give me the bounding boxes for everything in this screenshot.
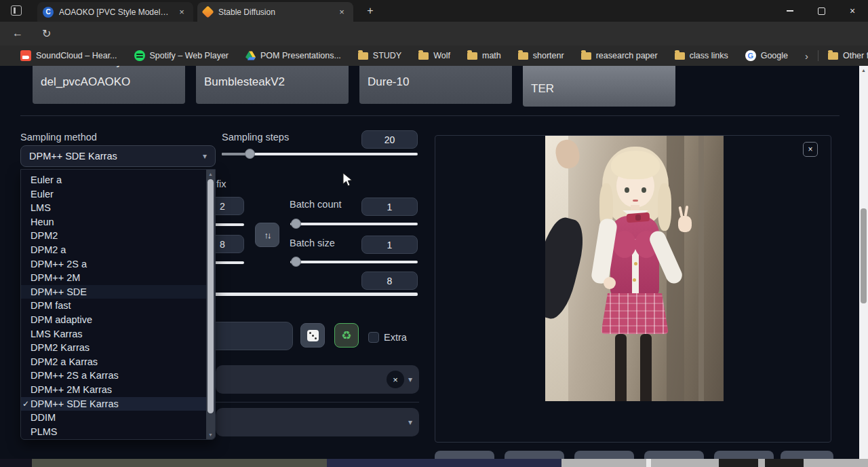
option-dpmpp-2m-karras[interactable]: DPM++ 2M Karras [21,383,206,397]
chevron-down-icon: ▾ [408,417,412,427]
action-button-6[interactable] [781,451,833,459]
batch-count-input[interactable]: 1 [361,198,418,216]
scroll-up-icon[interactable]: ▲ [859,68,868,73]
generated-image[interactable] [545,136,724,401]
option-dpmpp-sde-karras[interactable]: ✓DPM++ SDE Karras [21,397,206,411]
option-heun[interactable]: Heun [21,215,206,229]
option-euler-a[interactable]: Euler a [21,173,206,187]
art-shape [658,183,671,231]
action-button-5[interactable] [714,451,774,459]
action-button-3[interactable] [574,451,634,459]
option-dpm2-a-karras[interactable]: DPM2 a Karras [21,355,206,369]
option-dpm-adaptive[interactable]: DPM adaptive [21,313,206,327]
scrollbar-thumb[interactable] [861,208,867,303]
slider-thumb[interactable] [291,219,301,229]
bookmark-pom-presentations[interactable]: POM Presentations... [245,51,341,60]
stable-diffusion-favicon-icon [201,5,214,18]
model-card-label: Dure-10 [368,75,409,89]
sampling-method-select[interactable]: DPM++ SDE Karras ▾ [20,145,216,167]
extra-checkbox[interactable] [368,332,379,343]
other-favorites-folder[interactable]: Other favorites [828,51,868,60]
option-dpmpp-2m[interactable]: DPM++ 2M [21,271,206,285]
batch-size-slider[interactable] [290,261,418,263]
folder-icon [467,52,477,60]
browser-titlebar: C AOAOKO [PVC Style Model] - PV × Stable… [0,0,868,22]
option-lms[interactable]: LMS [21,201,206,215]
option-plms[interactable]: PLMS [21,425,206,439]
bookmark-soundcloud[interactable]: SoundCloud – Hear... [20,50,117,61]
seed-input[interactable] [203,322,293,350]
background-window-strip [0,459,32,467]
cfg-scale-input[interactable]: 8 [361,272,418,290]
action-button-4[interactable] [644,451,704,459]
restore-button[interactable] [806,0,837,22]
option-dpmpp-2s-a-karras[interactable]: DPM++ 2S a Karras [21,369,206,383]
bookmark-spotify[interactable]: Spotify – Web Player [134,50,229,61]
bookmarks-overflow-chevron-icon[interactable]: › [805,50,808,62]
new-tab-button[interactable]: + [363,5,377,17]
page-scrollbar[interactable]: ▲ ▼ [859,66,868,467]
art-shape [698,136,704,401]
batch-count-slider[interactable] [290,223,418,225]
option-ddim[interactable]: DDIM [21,411,206,425]
random-seed-button[interactable] [300,323,325,348]
close-image-button[interactable]: × [803,142,818,157]
scroll-down-icon[interactable]: ▼ [206,432,215,437]
tab-close-icon[interactable]: × [336,6,348,18]
option-lms-karras[interactable]: LMS Karras [21,327,206,341]
slider-thumb[interactable] [245,149,255,159]
bookmark-folder-reasearch-paper[interactable]: reasearch paper [581,51,658,60]
art-shape [634,262,637,265]
cfg-scale-slider[interactable] [203,293,418,296]
tab-close-icon[interactable]: × [176,6,188,18]
bookmark-label: Google [761,51,788,60]
styles-dropdown[interactable]: × ▾ [216,365,419,394]
option-dpm2[interactable]: DPM2 [21,229,206,243]
bookmark-folder-study[interactable]: STUDY [358,51,401,60]
reuse-seed-button[interactable]: ♻ [334,323,359,348]
art-shape [678,216,692,232]
model-card-label: aoaoko PVCStyleMo [41,66,147,69]
option-dpm-fast[interactable]: DPM fast [21,299,206,313]
back-button[interactable]: ← [12,27,23,39]
bookmark-label: SoundCloud – Hear... [36,51,117,60]
model-card-bumblesteakv2[interactable]: BumblesteakV2 [196,66,349,104]
bookmark-label: math [482,51,501,60]
bookmark-google[interactable]: G Google [745,50,788,61]
script-dropdown[interactable]: ▾ [216,408,419,436]
option-dpm2-karras[interactable]: DPM2 Karras [21,341,206,355]
sampling-steps-input[interactable]: 20 [361,130,418,149]
civitai-favicon-icon: C [43,7,54,18]
model-card-del-pvcaoaoko[interactable]: aoaoko PVCStyleMo del_pvcAOAOKO [33,66,185,104]
bookmark-folder-class-links[interactable]: class links [675,51,728,60]
dice-icon [307,330,319,341]
minimize-button[interactable] [774,0,806,22]
model-card-dure-10[interactable]: Dure-10 [359,66,512,104]
sampling-steps-slider[interactable] [222,153,418,155]
workspaces-icon[interactable] [11,5,22,16]
window-close-button[interactable]: × [837,0,868,22]
slider-thumb[interactable] [291,257,301,267]
option-label: DPM++ SDE Karras [31,398,119,409]
refresh-button[interactable]: ↻ [42,27,51,40]
art-shape [625,187,629,193]
background-window-strip [719,459,758,467]
action-button-2[interactable] [505,451,564,459]
option-euler[interactable]: Euler [21,187,206,202]
batch-size-input[interactable]: 1 [361,236,418,254]
tab-stable-diffusion[interactable]: Stable Diffusion × [197,2,353,22]
option-dpmpp-2s-a[interactable]: DPM++ 2S a [21,257,206,272]
scrollbar-thumb[interactable] [208,179,214,413]
option-dpm2-a[interactable]: DPM2 a [21,243,206,257]
scroll-up-icon[interactable]: ▲ [206,172,215,176]
bookmark-folder-math[interactable]: math [467,51,501,60]
tab-civitai[interactable]: C AOAOKO [PVC Style Model] - PV × [37,2,193,22]
action-button-1[interactable] [435,451,494,459]
clear-styles-icon[interactable]: × [387,371,404,388]
dropdown-scrollbar[interactable]: ▲ ▼ [206,170,215,439]
bookmark-folder-shortenr[interactable]: shortenr [518,51,564,60]
swap-dimensions-button[interactable]: ↑↓ [255,223,279,247]
bookmark-folder-wolf[interactable]: Wolf [418,51,450,60]
option-dpmpp-sde[interactable]: DPM++ SDE [21,285,206,299]
model-card-ter[interactable]: TER [523,66,675,107]
